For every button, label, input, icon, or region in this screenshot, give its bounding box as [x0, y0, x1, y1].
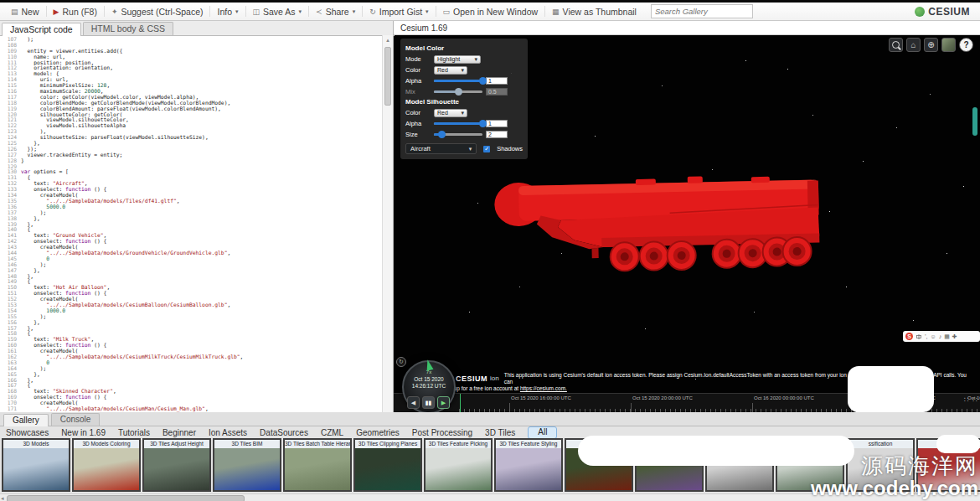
toolbar-divider: [104, 6, 105, 17]
code-line: 138 },: [0, 216, 382, 222]
code-line: 128}: [0, 158, 382, 164]
gallery-item[interactable]: 3D Models: [2, 438, 70, 492]
gallery-item[interactable]: 3D Tiles Feature Picking: [424, 438, 493, 492]
alpha-slider[interactable]: [434, 80, 482, 82]
model-color-panel: Model Color Mode Highlight▾ Color Red▾ A…: [400, 39, 528, 159]
timeline-zoom-icons[interactable]: ∷ ∷: [964, 395, 978, 404]
gallery-filter[interactable]: DataSources: [260, 428, 308, 437]
watermark-line1: 源码海洋网: [811, 455, 978, 478]
import-gist-icon: ↻: [369, 8, 376, 16]
chevron-down-icon: ▾: [235, 8, 239, 15]
gallery-item-label: 3D Models: [3, 440, 69, 448]
new-button[interactable]: ▤New: [5, 4, 45, 19]
shadows-checkbox[interactable]: ✓: [483, 146, 490, 152]
save-icon: ◫: [253, 8, 260, 16]
model-select[interactable]: Aircraft▾: [405, 143, 477, 154]
info-dropdown[interactable]: Info▾: [211, 4, 244, 19]
gallery-item[interactable]: 3D Tiles Batch Table Hierarchy: [283, 438, 352, 492]
cesium-com-link[interactable]: https://cesium.com.: [520, 385, 567, 391]
alpha-input[interactable]: [486, 77, 508, 85]
main-toolbar: ▤New ▶Run (F8) ✦Suggest (Ctrl-Space) Inf…: [0, 3, 980, 21]
size-slider[interactable]: [434, 133, 482, 136]
gallery-item[interactable]: 3D Tiles Feature Styling: [494, 438, 563, 492]
tab-javascript-code[interactable]: JavaScript code: [2, 23, 81, 36]
tab-console[interactable]: Console: [51, 413, 101, 426]
sogou-logo-icon[interactable]: S: [905, 333, 913, 340]
gallery-filter[interactable]: Showcases: [6, 428, 49, 437]
gallery-item-image: [355, 448, 420, 490]
silhouette-alpha-slider[interactable]: [434, 122, 482, 125]
emoji-icon[interactable]: ☺: [931, 332, 936, 341]
scroll-up-icon[interactable]: ▴: [383, 35, 393, 44]
open-new-window-button[interactable]: ▭Open in New Window: [437, 4, 544, 19]
new-label: New: [22, 7, 39, 17]
white-overlay-blob: [848, 366, 934, 412]
voice-icon[interactable]: ♪: [939, 332, 942, 341]
gallery-item-image: [3, 448, 69, 490]
size-label: Size: [405, 131, 431, 138]
white-overlay-blob: [936, 435, 980, 453]
chevron-down-icon: ▾: [299, 8, 302, 15]
toolbox-icon[interactable]: ✚: [952, 332, 957, 341]
silhouette-color-select[interactable]: Red▾: [434, 109, 467, 117]
gallery-filter[interactable]: 3D Tiles: [485, 428, 515, 437]
share-dropdown[interactable]: ≺Share▾: [310, 4, 361, 19]
size-input[interactable]: [486, 131, 508, 138]
gallery-filter[interactable]: Geometries: [356, 428, 400, 437]
suggest-button[interactable]: ✦Suggest (Ctrl-Space): [106, 4, 209, 19]
gallery-item-label: 3D Models Coloring: [74, 440, 139, 448]
home-button[interactable]: ⌂: [906, 38, 921, 52]
sogou-input-bar[interactable]: S ’, ☺ ♪ ▦ ✚: [903, 331, 980, 342]
punctuation-icon[interactable]: ’,: [925, 332, 928, 341]
gallery-filter[interactable]: Ion Assets: [209, 428, 247, 437]
gallery-item[interactable]: 3D Models Coloring: [72, 438, 141, 492]
import-gist-dropdown[interactable]: ↻Import Gist▾: [364, 4, 434, 19]
mix-input[interactable]: [486, 88, 508, 96]
color-select[interactable]: Red▾: [434, 66, 467, 75]
cesium-canvas[interactable]: Model Color Mode Highlight▾ Color Red▾ A…: [394, 35, 980, 412]
gallery-filter[interactable]: Post Processing: [412, 428, 472, 437]
run-button[interactable]: ▶Run (F8): [48, 4, 103, 19]
editor-scrollbar[interactable]: ▴: [382, 35, 393, 412]
toolbar-divider: [209, 6, 210, 17]
gallery-item-image: [426, 448, 491, 490]
gallery-filter[interactable]: Tutorials: [118, 428, 150, 437]
gallery-filter[interactable]: CZML: [321, 428, 343, 437]
code-line: 162 "../../SampleData/models/CesiumMilkT…: [0, 354, 382, 360]
gallery-scrollbar-thumb[interactable]: [7, 495, 245, 501]
step-back-button[interactable]: ◀: [407, 396, 420, 409]
gallery-item[interactable]: 3D Tiles Clipping Planes: [353, 438, 422, 492]
gallery-item[interactable]: 3D Tiles Adjust Height: [142, 438, 211, 492]
tab-gallery[interactable]: Gallery: [3, 414, 49, 426]
mode-select[interactable]: Highlight▾: [434, 55, 481, 64]
view-as-thumbnail-button[interactable]: ▦View as Thumbnail: [546, 4, 642, 19]
mix-slider[interactable]: [434, 90, 482, 93]
watermark-line2: www.codehy.com: [811, 478, 978, 498]
pause-button[interactable]: ▮▮: [422, 396, 435, 409]
viewer-scrollbar-thumb[interactable]: [972, 107, 977, 136]
scroll-left-icon[interactable]: ◂: [1, 494, 4, 501]
code-area[interactable]: 107 ); 108 109 entity = viewer.entities.…: [0, 35, 382, 412]
help-button[interactable]: ?: [959, 38, 973, 52]
gallery-item[interactable]: 3D Tiles BIM: [213, 438, 281, 492]
play-button[interactable]: ▶: [437, 396, 450, 409]
gallery-filter[interactable]: Beginner: [162, 428, 196, 437]
viewer-toolbar: ⌂ ⊕ ?: [889, 38, 973, 52]
scene-mode-button[interactable]: ⊕: [924, 38, 938, 52]
chevron-down-icon: ▾: [461, 110, 464, 116]
gallery-filter-all[interactable]: All: [528, 426, 557, 439]
gallery-filter[interactable]: New in 1.69: [61, 428, 106, 437]
animation-reset-icon[interactable]: ↻: [396, 357, 406, 367]
chinese-mode-icon[interactable]: [916, 333, 922, 340]
code-text: );: [21, 37, 34, 43]
save-as-dropdown[interactable]: ◫Save As▾: [247, 4, 308, 19]
geocoder-search-button[interactable]: [889, 38, 903, 52]
gallery-search-input[interactable]: [651, 4, 753, 18]
keyboard-icon[interactable]: ▦: [944, 332, 950, 341]
silhouette-alpha-input[interactable]: [486, 120, 508, 127]
editor-scrollbar-thumb[interactable]: [384, 47, 391, 106]
tab-html-body-css[interactable]: HTML body & CSS: [83, 22, 173, 35]
gallery-item-label: 3D Tiles Feature Styling: [496, 440, 561, 448]
base-layer-picker-button[interactable]: [941, 38, 956, 52]
code-text: "../../SampleData/models/CesiumMan/Cesiu…: [21, 406, 209, 412]
